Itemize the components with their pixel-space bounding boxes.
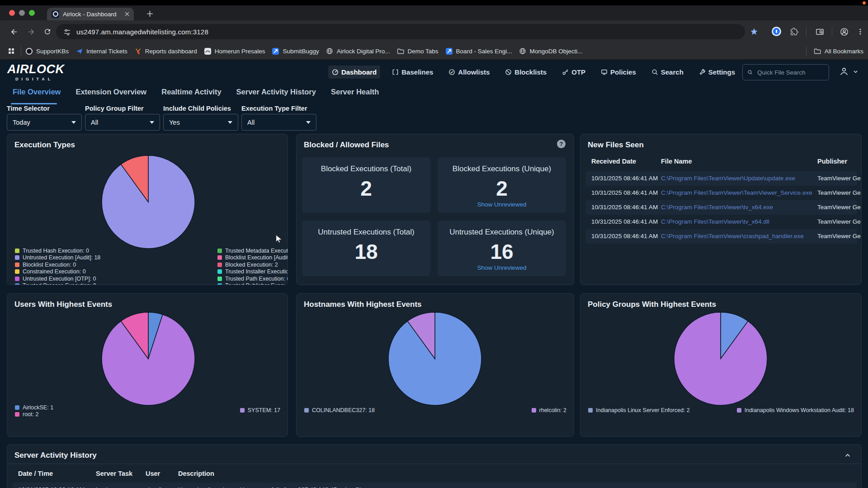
help-icon[interactable]: ? [557,140,566,148]
legend-label: Trusted Path Execution: 0 [225,276,288,282]
execution-type-filter-label: Execution Type Filter [241,105,307,112]
back-button[interactable] [7,25,21,38]
bookmarks-divider [806,47,807,56]
supportkbs-icon [25,47,33,55]
legend-label: Indianapolis Windows Workstation Audit: … [745,407,854,413]
password-manager-extension-icon[interactable] [772,27,781,36]
check-circle-icon [448,69,455,75]
file-path-link[interactable]: C:\Program Files\TeamViewer\Update\updat… [661,175,795,182]
nav-baselines[interactable]: Baselines [388,66,437,79]
stat-blocked-unique: Blocked Executions (Unique) 2 Show Unrev… [438,157,566,213]
show-unreviewed-link[interactable]: Show Unreviewed [438,264,566,271]
file-path-link[interactable]: C:\Program Files\TeamViewer\crashpad_han… [661,233,804,239]
nav-blocklists[interactable]: Blocklists [501,66,550,79]
user-menu[interactable] [839,66,859,76]
tab-server-health[interactable]: Server Health [331,88,379,96]
tab-realtime-activity[interactable]: Realtime Activity [161,88,221,96]
address-bar[interactable]: us2497.am.managedwhitelisting.com:3128 [56,24,745,39]
browser-tab-strip: Airlock - Dashboard [0,5,868,20]
forward-button[interactable] [24,25,38,38]
tab-file-overview[interactable]: File Overview [13,88,61,96]
legend-label: AirlockSE: 1 [23,404,53,411]
nav-search[interactable]: Search [648,66,687,79]
bookmark-reports-dashboard[interactable]: Reports dashboard [134,47,197,55]
browser-profile-avatar[interactable] [837,25,851,38]
minimize-window-button[interactable] [19,10,25,16]
hostnames-pie-chart [387,311,483,407]
quick-file-search[interactable] [742,64,829,80]
all-bookmarks-button[interactable]: All Bookmarks [814,43,863,59]
close-tab-icon[interactable] [125,12,129,16]
table-row: 10/31/2025 10:09:10 AM Login clandberg U… [13,483,857,488]
collapse-chevron-up-icon[interactable] [844,452,851,459]
airlock-logo-subtitle: DIGITAL [15,77,53,81]
tab-server-activity-history[interactable]: Server Activity History [236,88,316,96]
baselines-icon [392,69,399,75]
macos-top-strip [0,0,868,5]
legend-label: COLINLANDBEC327: 18 [312,407,375,413]
hostnames-highest-events-card: Hostnames With Highest Events COLINLANDB… [296,293,574,437]
time-selector-dropdown[interactable]: Today [7,114,82,131]
close-window-button[interactable] [9,10,15,16]
nav-otp[interactable]: OTP [558,66,589,79]
airlock-logo: AIRLOCK [7,62,65,76]
browser-toolbar: us2497.am.managedwhitelisting.com:3128 [0,20,868,43]
show-unreviewed-link[interactable]: Show Unreviewed [438,201,566,208]
file-path-link[interactable]: C:\Program Files\TeamViewer\tv_x64.exe [661,204,773,211]
column-header: Server Task [96,470,132,477]
nav-allowlists[interactable]: Allowlists [445,66,493,79]
table-row: 10/31/2025 08:46:41 AM C:\Program Files\… [586,171,857,186]
submitbuggy-icon [272,47,279,55]
tab-extension-overview[interactable]: Extension Overview [75,88,146,96]
legend-swatch [304,408,309,413]
bookmark-board-sales[interactable]: Board - Sales Engi... [445,47,512,55]
stat-untrusted-total: Untrusted Executions (Total) 18 [302,221,430,276]
reload-button[interactable] [41,25,54,38]
nav-policies[interactable]: Policies [597,66,640,79]
card-title: Users With Highest Events [14,300,112,309]
site-settings-icon[interactable] [63,28,71,36]
policy-group-filter-dropdown[interactable]: All [85,114,160,131]
browser-menu-kebab-icon[interactable] [854,25,867,38]
new-tab-button[interactable] [146,10,153,17]
legend-label: SYSTEM: 17 [248,407,280,413]
bookmark-mongodb[interactable]: MongoDB Objecti... [519,47,582,55]
side-panel-search-icon[interactable] [813,25,826,38]
airlock-dashboard-page: AIRLOCK DIGITAL Dashboard Baselines Allo… [0,60,868,488]
column-header: Received Date [591,158,636,165]
bookmark-star-icon[interactable] [747,25,761,38]
file-path-link[interactable]: C:\Program Files\TeamViewer\tv_x64.dll [661,218,769,225]
legend-right: rhelcolin: 2 [532,407,566,414]
divider [7,464,862,464]
apps-grid-icon[interactable] [5,44,18,58]
include-child-policies-dropdown[interactable]: Yes [163,114,238,131]
new-files-seen-card: New Files Seen Received Date File Name P… [580,134,862,285]
block-circle-icon [505,69,512,75]
search-icon [747,69,753,75]
bookmark-homerun-presales[interactable]: Homerun Presales [204,47,265,55]
execution-type-filter-dropdown[interactable]: All [241,114,316,131]
quick-file-search-input[interactable] [756,69,824,76]
legend-swatch [737,408,741,413]
maximize-window-button[interactable] [29,10,35,16]
extensions-puzzle-icon[interactable] [788,25,801,38]
table-row: 10/31/2025 08:46:41 AM C:\Program Files\… [586,200,857,215]
bookmark-supportkbs[interactable]: SupportKBs [25,47,69,55]
file-path-link[interactable]: C:\Program Files\TeamViewer\TeamViewer_S… [661,189,812,196]
nav-settings[interactable]: Settings [695,66,739,79]
legend-swatch [15,255,19,260]
legend-swatch [15,283,19,285]
bookmark-internal-tickets[interactable]: Internal Tickets [75,47,127,55]
legend-swatch [15,269,19,274]
users-pie-chart [100,311,196,407]
execution-types-card: Execution Types Trusted Hash Execution: … [7,134,288,285]
browser-tab[interactable]: Airlock - Dashboard [47,8,134,20]
column-header: File Name [661,158,692,165]
bookmark-airlock-digital[interactable]: Airlock Digital Pro... [326,47,390,55]
bookmark-folder-demo-tabs[interactable]: Demo Tabs [397,47,439,55]
nav-dashboard[interactable]: Dashboard [328,66,380,79]
column-header: User [146,470,160,477]
legend-label: Untrusted Execution [Audit]: 18 [23,254,100,261]
execution-types-pie-chart [100,154,196,250]
bookmark-submitbuggy[interactable]: SubmitBuggy [272,47,319,55]
